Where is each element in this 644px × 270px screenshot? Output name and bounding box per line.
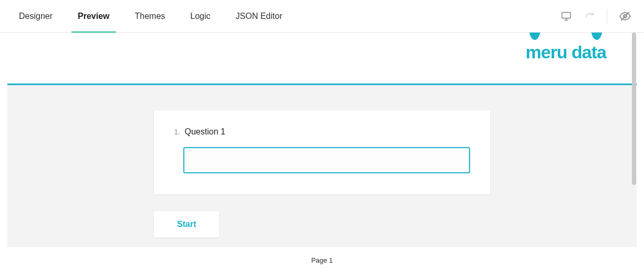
question-title: Question 1 (185, 127, 225, 137)
question-number: 1. (174, 127, 181, 137)
page-label: Page 1 (311, 256, 333, 264)
answer-wrapper (174, 147, 470, 173)
tab-preview[interactable]: Preview (78, 0, 109, 32)
tab-themes[interactable]: Themes (135, 0, 165, 32)
question-title-row: 1. Question 1 (174, 127, 470, 137)
tab-bar: Designer Preview Themes Logic JSON Edito… (19, 0, 282, 32)
eye-off-icon[interactable] (619, 10, 631, 23)
survey-body: 1. Question 1 Start (7, 85, 637, 247)
top-toolbar: Designer Preview Themes Logic JSON Edito… (0, 0, 644, 33)
preview-area: meru data 1. Question 1 Start (7, 33, 637, 247)
question-card: 1. Question 1 (154, 110, 490, 194)
start-button-row: Start (154, 211, 490, 237)
device-desktop-icon[interactable] (560, 11, 572, 22)
scrollbar-thumb[interactable] (632, 33, 636, 185)
scrollbar-track[interactable] (631, 33, 637, 247)
tab-designer[interactable]: Designer (19, 0, 53, 32)
toolbar-actions (560, 9, 631, 24)
start-button[interactable]: Start (154, 211, 219, 237)
redo-arrow-icon[interactable] (584, 11, 595, 22)
brand-logo: meru data (526, 33, 607, 63)
logo-text: meru data (526, 42, 607, 63)
answer-input[interactable] (183, 147, 470, 173)
logo-dots-icon (529, 33, 603, 40)
tab-json-editor[interactable]: JSON Editor (236, 0, 283, 32)
page-footer: Page 1 (0, 247, 644, 264)
tab-logic[interactable]: Logic (190, 0, 210, 32)
toolbar-divider (607, 9, 607, 24)
svg-rect-0 (562, 12, 571, 18)
survey-header: meru data (7, 33, 637, 85)
